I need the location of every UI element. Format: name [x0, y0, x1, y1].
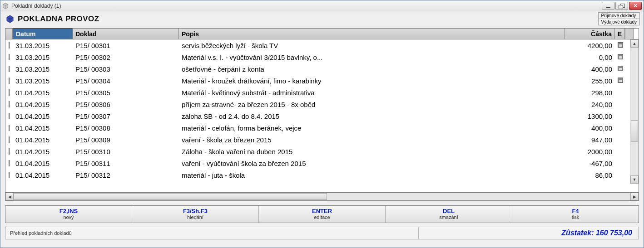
- cell-popis: vaření - vyúčtování škola za březen 2015: [179, 160, 565, 167]
- fn-search-button[interactable]: F3/Sh.F3 hledání: [132, 206, 259, 223]
- table-row[interactable]: 01.04.2015P15/ 00310Záloha - škola vařen…: [5, 146, 630, 157]
- fn-action-label: editace: [259, 214, 385, 220]
- data-grid: Datum Doklad Popis Částka E 31.03.2015P1…: [5, 28, 639, 193]
- cell-datum: 01.04.2015: [13, 101, 73, 108]
- row-marker: [5, 148, 13, 155]
- cell-popis: Záloha - škola vaření na duben 2015: [179, 148, 565, 156]
- status-text: Přehled pokladních dokladů: [5, 227, 419, 239]
- cell-e: [615, 42, 625, 49]
- cell-doklad: P15/ 00312: [73, 171, 179, 179]
- page-title: POKLADNA PROVOZ: [18, 15, 99, 24]
- cell-datum: 31.03.2015: [13, 77, 73, 85]
- table-row[interactable]: 31.03.2015P15/ 00303ošetřovné - čerpání …: [5, 63, 630, 75]
- cell-castka: 298,00: [565, 89, 615, 97]
- cell-doklad: P15/ 00304: [73, 77, 179, 85]
- column-header-doklad[interactable]: Doklad: [73, 29, 179, 39]
- cell-castka: 400,00: [565, 124, 615, 132]
- cell-castka: -467,00: [565, 160, 615, 167]
- cell-datum: 01.04.2015: [13, 148, 73, 156]
- column-scroll-gutter: [625, 29, 634, 39]
- maximize-button[interactable]: [615, 2, 628, 10]
- fn-key-label: DEL: [386, 208, 512, 214]
- row-marker: [5, 172, 13, 178]
- subheader: POKLADNA PROVOZ Příjmové doklady Výdajov…: [0, 11, 644, 28]
- window-title: Pokladní doklady (1): [11, 3, 61, 9]
- table-row[interactable]: 01.04.2015P15/ 00311vaření - vyúčtování …: [5, 157, 630, 169]
- cell-popis: ošetřovné - čerpání z konta: [179, 65, 565, 73]
- cell-popis: záloha SB - od 2.4. do 8.4. 2015: [179, 112, 565, 120]
- link-expense-docs[interactable]: Výdajové doklady: [598, 19, 640, 25]
- row-marker: [5, 89, 13, 96]
- cell-castka: 2000,00: [565, 148, 615, 156]
- fn-key-label: F2,INS: [5, 208, 132, 214]
- fn-new-button[interactable]: F2,INS nový: [5, 206, 132, 223]
- cell-datum: 01.04.2015: [13, 160, 73, 167]
- close-button[interactable]: [629, 2, 642, 10]
- table-row[interactable]: 31.03.2015P15/ 00304Materiál - kroužek d…: [5, 75, 630, 87]
- fn-delete-button[interactable]: DEL smazání: [386, 206, 512, 223]
- cell-doklad: P15/ 00311: [73, 160, 179, 167]
- fn-action-label: hledání: [132, 214, 258, 220]
- cell-castka: 1300,00: [565, 112, 615, 120]
- fn-key-label: ENTER: [259, 208, 385, 214]
- scroll-down-button[interactable]: ▼: [630, 175, 639, 184]
- table-row[interactable]: 31.03.2015P15/ 00302Materiál v.s. I. - v…: [5, 51, 630, 63]
- cell-popis: servis běžeckých lyží - škola TV: [179, 42, 565, 49]
- row-marker: [5, 54, 13, 60]
- table-row[interactable]: 01.04.2015P15/ 00309vaření - škola za bř…: [5, 134, 630, 146]
- cell-popis: Materiál - květinový substrát - administ…: [179, 89, 565, 97]
- vertical-scrollbar[interactable]: ▲ ▼: [630, 39, 639, 184]
- row-marker: [5, 136, 13, 143]
- cell-popis: Materiál v.s. I. - vyúčtování 3/2015 bav…: [179, 53, 565, 61]
- column-header-datum[interactable]: Datum: [13, 29, 73, 39]
- save-icon: [618, 66, 623, 71]
- row-marker: [5, 113, 13, 119]
- cell-doklad: P15/ 00308: [73, 124, 179, 132]
- cell-doklad: P15/ 00305: [73, 89, 179, 97]
- cell-castka: 400,00: [565, 65, 615, 73]
- row-marker: [5, 125, 13, 131]
- fn-print-button[interactable]: F4 tisk: [512, 206, 639, 223]
- balance-label: Zůstatek:: [561, 229, 594, 237]
- hscroll-thumb[interactable]: [14, 193, 327, 200]
- column-gutter: [5, 29, 13, 39]
- hscroll-right-button[interactable]: ▶: [630, 193, 639, 200]
- titlebar[interactable]: Pokladní doklady (1): [0, 0, 644, 11]
- cell-doklad: P15/ 00306: [73, 101, 179, 108]
- column-header-e[interactable]: E: [615, 29, 625, 39]
- fn-edit-button[interactable]: ENTER editace: [259, 206, 386, 223]
- cell-datum: 01.04.2015: [13, 136, 73, 144]
- minimize-button[interactable]: [602, 2, 614, 10]
- scroll-up-button[interactable]: ▲: [630, 39, 639, 48]
- row-marker: [5, 160, 13, 166]
- cell-datum: 31.03.2015: [13, 42, 73, 49]
- horizontal-scrollbar[interactable]: ◀ ▶: [5, 193, 639, 201]
- row-marker: [5, 101, 13, 107]
- save-icon: [618, 42, 623, 48]
- grid-rows: 31.03.2015P15/ 00301servis běžeckých lyž…: [5, 39, 630, 181]
- hscroll-left-button[interactable]: ◀: [5, 193, 14, 200]
- cell-popis: materiál - celofán, forma beránek, vejce: [179, 124, 565, 132]
- row-marker: [5, 66, 13, 72]
- table-row[interactable]: 01.04.2015P15/ 00312materiál - juta - šk…: [5, 169, 630, 181]
- cell-popis: materiál - juta - škola: [179, 171, 565, 179]
- table-row[interactable]: 01.04.2015P15/ 00308materiál - celofán, …: [5, 122, 630, 134]
- status-bar: Přehled pokladních dokladů Zůstatek: 160…: [5, 227, 639, 239]
- cell-doklad: P15/ 00303: [73, 65, 179, 73]
- function-key-bar: F2,INS nový F3/Sh.F3 hledání ENTER edita…: [5, 205, 639, 223]
- cell-doklad: P15/ 00301: [73, 42, 179, 49]
- table-row[interactable]: 01.04.2015P15/ 00307záloha SB - od 2.4. …: [5, 110, 630, 122]
- table-row[interactable]: 01.04.2015P15/ 00306příjem za stravné- z…: [5, 98, 630, 110]
- cell-popis: Materiál - kroužek drátkování, fimo - ka…: [179, 77, 565, 85]
- row-marker: [5, 78, 13, 84]
- scroll-thumb[interactable]: [631, 120, 638, 142]
- cell-doklad: P15/ 00309: [73, 136, 179, 144]
- cell-castka: 255,00: [565, 77, 615, 85]
- table-row[interactable]: 31.03.2015P15/ 00301servis běžeckých lyž…: [5, 39, 630, 51]
- column-header-castka[interactable]: Částka: [565, 29, 615, 39]
- balance-value: 160 753,00: [596, 229, 632, 237]
- table-row[interactable]: 01.04.2015P15/ 00305Materiál - květinový…: [5, 87, 630, 98]
- column-header-popis[interactable]: Popis: [179, 29, 565, 39]
- link-income-docs[interactable]: Příjmové doklady: [598, 12, 640, 19]
- cell-datum: 01.04.2015: [13, 171, 73, 179]
